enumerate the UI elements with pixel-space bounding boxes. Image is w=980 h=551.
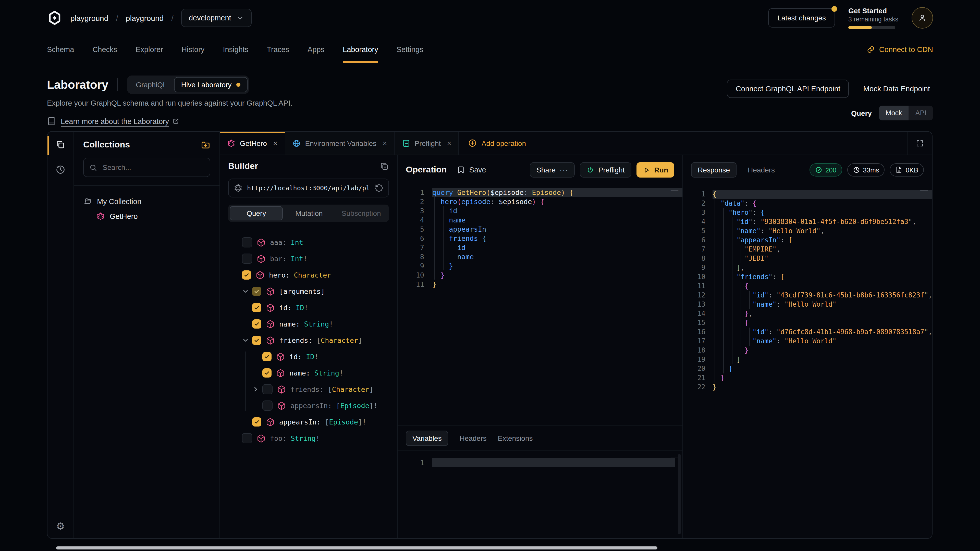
nav-tab-checks[interactable]: Checks — [92, 36, 117, 63]
tree-field-friends[interactable]: friends: [Character] — [228, 381, 389, 397]
code-line: 7 id — [398, 243, 682, 252]
collapse-variables-icon[interactable]: — — [671, 452, 678, 461]
get-started-widget[interactable]: Get Started 3 remaining tasks — [848, 6, 898, 29]
tree-field-friends[interactable]: friends: [Character] — [228, 332, 389, 348]
endpoint-option-mock[interactable]: Mock — [879, 106, 909, 121]
share-button[interactable]: Share ··· — [530, 162, 575, 178]
tree-field-name[interactable]: name: String! — [228, 365, 389, 381]
target-selector[interactable]: development — [181, 9, 251, 27]
endpoint-option-api[interactable]: API — [908, 106, 933, 121]
field-checkbox[interactable] — [252, 417, 261, 427]
tree-field-id[interactable]: id: ID! — [228, 348, 389, 365]
collections-search[interactable] — [83, 158, 210, 177]
run-button[interactable]: Run — [636, 162, 674, 178]
nav-tab-schema[interactable]: Schema — [47, 36, 74, 63]
builder-tab-subscription[interactable]: Subscription — [335, 206, 387, 221]
play-icon — [643, 166, 650, 174]
refresh-icon[interactable] — [375, 184, 383, 192]
learn-more-link[interactable]: Learn more about the Laboratory — [61, 117, 179, 125]
field-checkbox[interactable] — [252, 319, 261, 329]
field-checkbox[interactable] — [262, 352, 272, 361]
tree-field-id[interactable]: id: ID! — [228, 300, 389, 316]
field-checkbox[interactable] — [242, 254, 252, 264]
chevron-down-icon[interactable] — [242, 336, 252, 345]
gear-icon[interactable]: ⚙ — [56, 521, 65, 531]
latest-changes-button[interactable]: Latest changes — [768, 8, 835, 27]
link-icon — [867, 45, 875, 53]
field-checkbox[interactable] — [262, 384, 272, 394]
history-icon[interactable] — [56, 165, 65, 175]
tab-extensions[interactable]: Extensions — [498, 434, 533, 442]
nav-tab-explorer[interactable]: Explorer — [135, 36, 163, 63]
hive-logo-icon[interactable] — [47, 10, 62, 26]
query-editor[interactable]: — 1query GetHero($episode: Episode) { 2 … — [398, 185, 682, 426]
collapse-editor-icon[interactable]: — — [671, 186, 678, 194]
tree-field-bar[interactable]: bar: Int! — [228, 251, 389, 267]
tree-field-aaa[interactable]: aaa: Int — [228, 234, 389, 251]
builder-tab-mutation[interactable]: Mutation — [283, 206, 335, 221]
breadcrumb-project[interactable]: playground — [126, 14, 164, 22]
code-line: 13 "name": "Hello World" — [683, 300, 932, 309]
close-icon[interactable]: × — [273, 139, 278, 148]
collapse-response-icon[interactable]: — — [920, 186, 928, 194]
field-name: [arguments] — [279, 287, 325, 295]
close-icon[interactable]: × — [447, 139, 452, 148]
response-tab-headers[interactable]: Headers — [748, 166, 775, 174]
save-button[interactable]: Save — [457, 166, 486, 174]
collapse-builder-icon[interactable] — [380, 162, 389, 171]
field-checkbox[interactable] — [252, 336, 261, 345]
field-checkbox[interactable] — [262, 368, 272, 378]
collections-icon[interactable] — [56, 140, 65, 149]
builder-tab-query[interactable]: Query — [230, 206, 283, 221]
nav-tab-history[interactable]: History — [181, 36, 204, 63]
field-checkbox[interactable] — [242, 237, 252, 248]
field-checkbox[interactable] — [262, 400, 272, 411]
nav-tab-laboratory[interactable]: Laboratory — [343, 36, 378, 63]
tree-field-[arguments][interactable]: [arguments] — [228, 283, 389, 300]
horizontal-scrollbar[interactable] — [56, 546, 657, 549]
tab-gethero[interactable]: GetHero × — [220, 132, 285, 155]
tab-variables[interactable]: Variables — [406, 430, 449, 446]
tree-field-name[interactable]: name: String! — [228, 316, 389, 332]
field-checkbox[interactable] — [242, 270, 251, 279]
connect-to-cdn-link[interactable]: Connect to CDN — [867, 36, 933, 63]
folder-plus-icon[interactable] — [200, 140, 210, 150]
clock-icon — [853, 166, 860, 173]
preflight-button[interactable]: Preflight — [580, 162, 632, 178]
nav-tab-insights[interactable]: Insights — [223, 36, 248, 63]
tab-preflight[interactable]: Preflight × — [395, 132, 459, 155]
endpoint-url-input[interactable]: http://localhost:3000/api/lab/playground — [228, 179, 389, 197]
collection-operation-gethero[interactable]: GetHero — [97, 210, 210, 223]
close-icon[interactable]: × — [383, 139, 387, 148]
mode-option-graphiql[interactable]: GraphiQL — [129, 77, 174, 92]
tab-headers[interactable]: Headers — [460, 434, 487, 442]
more-options-icon[interactable]: ··· — [560, 166, 568, 174]
field-checkbox[interactable] — [252, 287, 261, 296]
nav-tab-apps[interactable]: Apps — [307, 36, 325, 63]
mock-endpoint-button[interactable]: Mock Data Endpoint — [860, 84, 933, 94]
tree-field-foo[interactable]: foo: String! — [228, 430, 389, 446]
fullscreen-button[interactable] — [907, 132, 932, 155]
chevron-right-icon[interactable] — [252, 385, 262, 393]
breadcrumb-org[interactable]: playground — [70, 14, 108, 22]
response-editor[interactable]: — 1{ 2 "data": { 3 "hero": { 4 "id": "93… — [683, 185, 932, 538]
connect-endpoint-button[interactable]: Connect GraphQL API Endpoint — [727, 79, 849, 98]
tree-field-hero[interactable]: hero: Character — [228, 267, 389, 283]
field-checkbox[interactable] — [252, 303, 261, 312]
tab-environment-variables[interactable]: Environment Variables × — [285, 132, 395, 155]
chevron-down-icon[interactable] — [242, 287, 252, 295]
mode-option-hive-laboratory[interactable]: Hive Laboratory — [174, 77, 248, 92]
add-operation-button[interactable]: Add operation — [459, 132, 535, 155]
nav-tab-traces[interactable]: Traces — [267, 36, 289, 63]
variables-editor[interactable]: — 1 — [398, 451, 682, 538]
user-avatar[interactable] — [912, 7, 933, 29]
tree-field-appearsIn[interactable]: appearsIn: [Episode]! — [228, 397, 389, 414]
response-tab-response[interactable]: Response — [691, 162, 737, 178]
nav-tab-settings[interactable]: Settings — [396, 36, 423, 63]
search-input[interactable] — [102, 163, 204, 172]
tree-field-appearsIn[interactable]: appearsIn: [Episode]! — [228, 414, 389, 430]
collection-folder[interactable]: My Collection — [83, 195, 210, 208]
scrollbar[interactable] — [678, 454, 681, 534]
field-checkbox[interactable] — [242, 433, 252, 443]
endpoint-url-value[interactable]: http://localhost:3000/api/lab/playground — [247, 184, 370, 192]
